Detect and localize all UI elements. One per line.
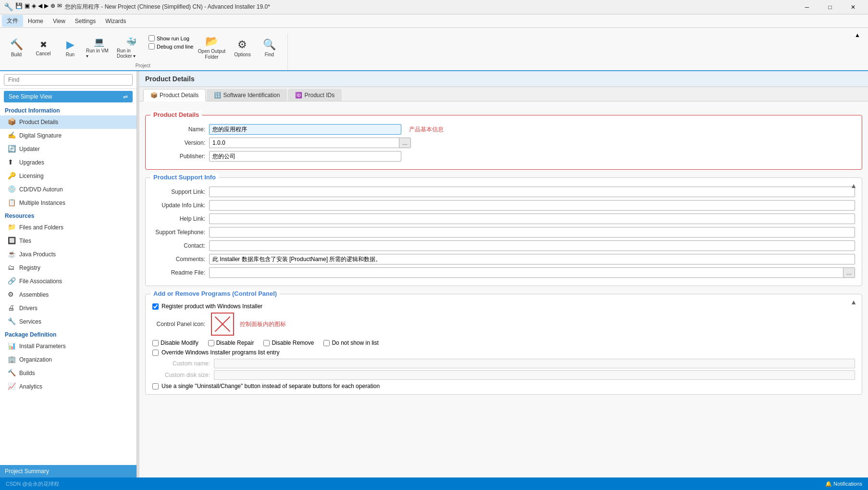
run-button[interactable]: ▶ Run bbox=[58, 33, 83, 62]
close-button[interactable]: ✕ bbox=[842, 0, 864, 14]
tb-back[interactable]: ◀ bbox=[38, 2, 42, 12]
sidebar-item-java-products[interactable]: ☕ Java Products bbox=[0, 248, 136, 261]
minimize-button[interactable]: ─ bbox=[796, 0, 818, 14]
tb-icon3[interactable]: ◈ bbox=[32, 2, 36, 12]
sidebar-item-builds[interactable]: 🔨 Builds bbox=[0, 366, 136, 380]
tab-product-details[interactable]: 📦 Product Details bbox=[143, 89, 206, 101]
comments-input[interactable] bbox=[209, 254, 855, 264]
sidebar-item-product-details[interactable]: 📦 Product Details bbox=[0, 115, 136, 129]
sidebar: See Simple View ⇌ Product Information 📦 … bbox=[0, 71, 137, 477]
version-input[interactable] bbox=[209, 138, 399, 148]
publisher-input[interactable] bbox=[209, 151, 401, 162]
sidebar-licensing-label: Licensing bbox=[19, 173, 44, 179]
add-remove-programs-section: Add or Remove Programs (Control Panel) ▲… bbox=[145, 294, 862, 395]
do-not-show-checkbox[interactable] bbox=[323, 340, 330, 346]
ribbon-collapse-button[interactable]: ▲ bbox=[851, 30, 864, 40]
tab-pd-label: Product Details bbox=[160, 92, 198, 99]
readme-row: Readme File: … bbox=[152, 267, 855, 278]
menu-file[interactable]: 文件 bbox=[2, 15, 23, 27]
update-info-input[interactable] bbox=[209, 200, 855, 211]
cancel-button[interactable]: ✖ Cancel bbox=[31, 33, 56, 62]
sidebar-item-registry[interactable]: 🗂 Registry bbox=[0, 261, 136, 275]
sidebar-item-upgrades[interactable]: ⬆ Upgrades bbox=[0, 156, 136, 169]
contact-input[interactable] bbox=[209, 240, 855, 251]
name-input[interactable] bbox=[209, 124, 401, 135]
readme-input[interactable] bbox=[209, 267, 843, 278]
disable-modify-checkbox[interactable] bbox=[152, 340, 159, 346]
sidebar-item-files-folders[interactable]: 📁 Files and Folders bbox=[0, 221, 136, 234]
sidebar-item-updater[interactable]: 🔄 Updater bbox=[0, 142, 136, 156]
sidebar-item-services[interactable]: 🔧 Services bbox=[0, 315, 136, 328]
disable-remove-label[interactable]: Disable Remove bbox=[263, 339, 314, 346]
sidebar-item-assemblies[interactable]: ⚙ Assemblies bbox=[0, 288, 136, 302]
arp-title: Add or Remove Programs (Control Panel) bbox=[150, 290, 280, 297]
sidebar-item-licensing[interactable]: 🔑 Licensing bbox=[0, 169, 136, 183]
tb-icon4[interactable]: ⊕ bbox=[50, 2, 55, 12]
sidebar-item-analytics[interactable]: 📈 Analytics bbox=[0, 380, 136, 393]
options-button[interactable]: ⚙ Options bbox=[230, 33, 255, 62]
debug-cmd-line-input[interactable] bbox=[149, 43, 155, 50]
disable-repair-label[interactable]: Disable Repair bbox=[208, 339, 254, 346]
menu-settings[interactable]: Settings bbox=[70, 16, 100, 26]
sidebar-item-multiple-instances[interactable]: 📋 Multiple Instances bbox=[0, 196, 136, 210]
file-assoc-icon: 🔗 bbox=[8, 277, 16, 286]
sidebar-item-cd-dvd-autorun[interactable]: 💿 CD/DVD Autorun bbox=[0, 183, 136, 196]
maximize-button[interactable]: □ bbox=[819, 0, 841, 14]
custom-name-input[interactable] bbox=[214, 359, 855, 368]
run-in-vm-button[interactable]: 💻 Run in VM ▾ bbox=[85, 33, 113, 62]
tab-product-ids[interactable]: 🆔 Product IDs bbox=[288, 89, 342, 101]
debug-cmd-line-checkbox[interactable]: Debug cmd line bbox=[149, 43, 193, 50]
help-link-label: Help Link: bbox=[152, 215, 205, 222]
sidebar-search-container bbox=[0, 71, 136, 89]
sidebar-item-install-parameters[interactable]: 📊 Install Parameters bbox=[0, 339, 136, 353]
menu-home[interactable]: Home bbox=[23, 16, 48, 26]
version-browse-button[interactable]: … bbox=[399, 138, 411, 148]
drivers-icon: 🖨 bbox=[8, 304, 16, 313]
help-link-input[interactable] bbox=[209, 214, 855, 224]
help-link-row: Help Link: bbox=[152, 214, 855, 224]
tb-icon5[interactable]: ✉ bbox=[57, 2, 62, 12]
do-not-show-label[interactable]: Do not show in list bbox=[323, 339, 378, 346]
disable-modify-label[interactable]: Disable Modify bbox=[152, 339, 198, 346]
use-single-button-checkbox[interactable] bbox=[152, 383, 159, 389]
support-link-input[interactable] bbox=[209, 187, 855, 197]
project-summary-link[interactable]: Project Summary bbox=[0, 465, 136, 477]
menu-view[interactable]: View bbox=[48, 16, 70, 26]
ribbon-group-label: Project bbox=[136, 63, 150, 68]
build-button[interactable]: 🔨 Build bbox=[4, 33, 29, 62]
tab-si-label: Software Identification bbox=[223, 92, 280, 99]
sidebar-item-drivers[interactable]: 🖨 Drivers bbox=[0, 302, 136, 315]
see-simple-view-button[interactable]: See Simple View ⇌ bbox=[4, 91, 133, 102]
override-checkbox[interactable] bbox=[152, 350, 159, 356]
arp-collapse[interactable]: ▲ bbox=[850, 298, 857, 306]
support-info-collapse[interactable]: ▲ bbox=[850, 182, 857, 189]
search-input[interactable] bbox=[4, 74, 133, 86]
control-panel-icon-placeholder[interactable] bbox=[211, 313, 234, 336]
disable-repair-checkbox[interactable] bbox=[208, 340, 214, 346]
registry-icon: 🗂 bbox=[8, 264, 16, 272]
sidebar-item-digital-signature[interactable]: ✍ Digital Signature bbox=[0, 129, 136, 142]
sidebar-item-tiles[interactable]: 🔲 Tiles bbox=[0, 234, 136, 248]
disable-remove-checkbox[interactable] bbox=[263, 340, 270, 346]
show-run-log-input[interactable] bbox=[149, 35, 155, 41]
quick-save-icon[interactable]: 💾 bbox=[15, 2, 23, 12]
support-tel-input[interactable] bbox=[209, 227, 855, 238]
find-button[interactable]: 🔍 Find bbox=[257, 33, 282, 62]
readme-browse-button[interactable]: … bbox=[843, 267, 855, 278]
tb-icon2[interactable]: ▣ bbox=[25, 2, 30, 12]
show-run-log-checkbox[interactable]: Show run Log bbox=[149, 35, 193, 41]
open-output-folder-button[interactable]: 📂 Open Output Folder bbox=[195, 33, 228, 62]
open-folder-icon: 📂 bbox=[205, 35, 218, 48]
custom-disk-size-input[interactable] bbox=[214, 370, 855, 380]
tb-forward[interactable]: ▶ bbox=[44, 2, 49, 12]
sidebar-item-organization[interactable]: 🏢 Organization bbox=[0, 353, 136, 366]
status-bar: CSDN @会永的花球程 🔔 Notifications bbox=[0, 477, 868, 490]
notifications-label[interactable]: 🔔 Notifications bbox=[825, 481, 862, 487]
sidebar-item-file-associations[interactable]: 🔗 File Associations bbox=[0, 275, 136, 288]
cd-dvd-icon: 💿 bbox=[8, 185, 16, 194]
tab-software-identification[interactable]: 🔢 Software Identification bbox=[207, 89, 287, 101]
find-label: Find bbox=[265, 52, 274, 57]
register-product-checkbox[interactable] bbox=[152, 303, 159, 310]
menu-wizards[interactable]: Wizards bbox=[100, 16, 131, 26]
run-in-docker-button[interactable]: 🐳 Run in Docker ▾ bbox=[115, 33, 147, 62]
